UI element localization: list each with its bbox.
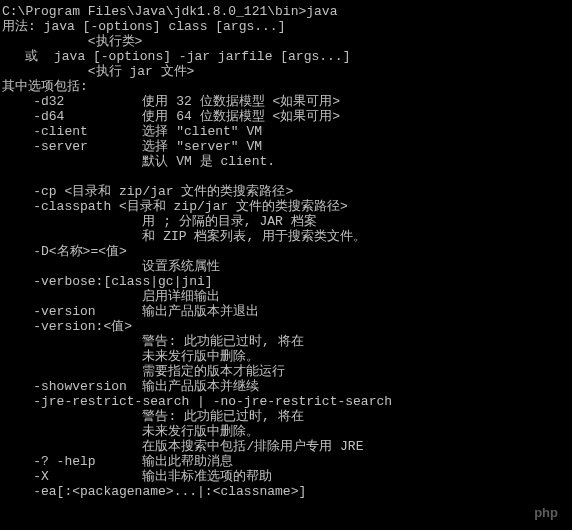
terminal-output[interactable]: C:\Program Files\Java\jdk1.8.0_121\bin>j… <box>0 0 572 499</box>
command-prompt-line: C:\Program Files\Java\jdk1.8.0_121\bin>j… <box>2 4 337 19</box>
output-body: 用法: java [-options] class [args...] <执行类… <box>2 19 392 499</box>
watermark-label: php <box>534 505 558 520</box>
